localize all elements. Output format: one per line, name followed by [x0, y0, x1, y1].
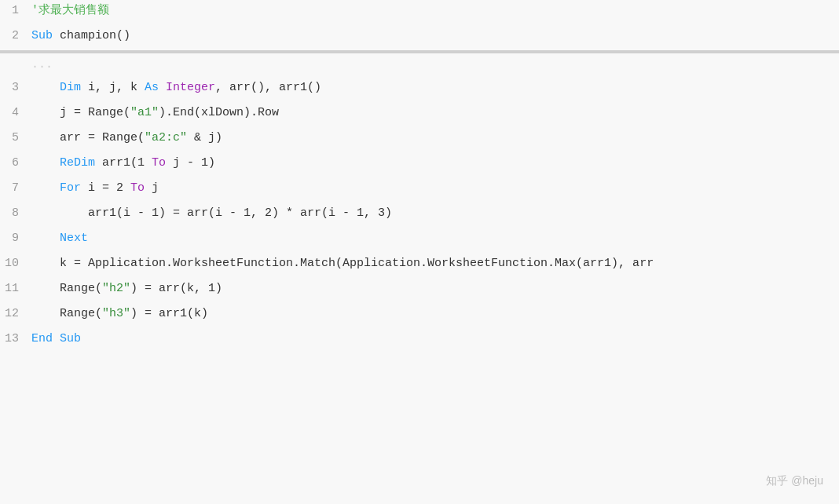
table-row: 12 Range("h3") = arr1(k): [0, 303, 839, 328]
table-row: 6 ReDim arr1(1 To j - 1): [0, 152, 839, 177]
table-row: 3 Dim i, j, k As Integer, arr(), arr1(): [0, 77, 839, 102]
line-content: End Sub: [31, 330, 839, 349]
line-number: 4: [0, 106, 31, 119]
line-content: Range("h3") = arr1(k): [31, 305, 839, 323]
table-row: 8 arr1(i - 1) = arr(i - 1, 2) * arr(i - …: [0, 203, 839, 228]
table-row: 13End Sub: [0, 328, 839, 353]
table-row: 11 Range("h2") = arr(k, 1): [0, 278, 839, 303]
line-content: Dim i, j, k As Integer, arr(), arr1(): [31, 79, 839, 97]
line-content: Sub champion(): [31, 27, 839, 46]
line-content: arr1(i - 1) = arr(i - 1, 2) * arr(i - 1,…: [31, 204, 839, 223]
line-content: k = Application.WorksheetFunction.Match(…: [31, 254, 839, 273]
line-number: 10: [0, 257, 31, 270]
bottom-section: ...3 Dim i, j, k As Integer, arr(), arr1…: [0, 53, 839, 504]
watermark: 知乎 @heju: [766, 474, 823, 488]
table-row: 10 k = Application.WorksheetFunction.Mat…: [0, 253, 839, 278]
line-content: ReDim arr1(1 To j - 1): [31, 154, 839, 173]
line-number: 12: [0, 307, 31, 320]
line-number: 5: [0, 131, 31, 144]
line-content: For i = 2 To j: [31, 179, 839, 198]
line-content: Range("h2") = arr(k, 1): [31, 279, 839, 298]
line-content: j = Range("a1").End(xlDown).Row: [31, 104, 839, 122]
ellipsis-line: ...: [0, 53, 839, 77]
table-row: 7 For i = 2 To j: [0, 177, 839, 203]
line-number: 9: [0, 232, 31, 245]
table-row: 4 j = Range("a1").End(xlDown).Row: [0, 102, 839, 127]
line-content: '求最大销售额: [31, 2, 839, 20]
code-container: 1'求最大销售额2Sub champion() ...3 Dim i, j, k…: [0, 0, 839, 504]
line-number: 7: [0, 181, 31, 195]
line-number: 3: [0, 81, 31, 94]
top-section: 1'求最大销售额2Sub champion(): [0, 0, 839, 52]
line-content: arr = Range("a2:c" & j): [31, 129, 839, 148]
table-row: 9 Next: [0, 228, 839, 253]
line-number: 6: [0, 156, 31, 170]
line-number: 2: [0, 29, 31, 42]
line-number: 13: [0, 332, 31, 345]
line-content: Next: [31, 229, 839, 248]
table-row: 2Sub champion(): [0, 25, 839, 50]
table-row: 1'求最大销售额: [0, 0, 839, 25]
line-number: 8: [0, 206, 31, 220]
line-number: 11: [0, 282, 31, 295]
line-number: 1: [0, 4, 31, 17]
table-row: 5 arr = Range("a2:c" & j): [0, 127, 839, 152]
